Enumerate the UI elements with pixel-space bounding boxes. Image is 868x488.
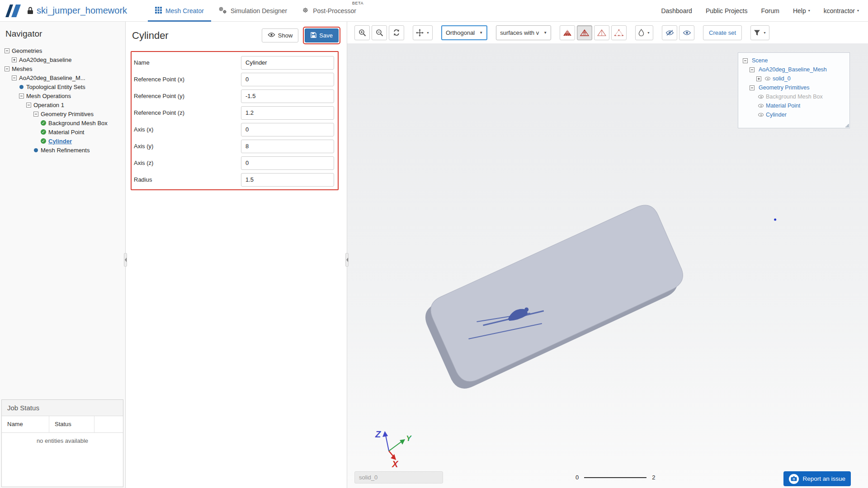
- scale-bar: 0 2: [576, 474, 655, 481]
- tree-item-label: Background Mesh Box: [48, 120, 108, 127]
- filter-button[interactable]: ▼: [750, 25, 769, 40]
- paint-button[interactable]: ▼: [635, 25, 653, 40]
- tree-item-operation-1[interactable]: Operation 1: [0, 100, 125, 109]
- refresh-button[interactable]: [389, 25, 404, 40]
- nav-link-forum[interactable]: Forum: [761, 7, 779, 14]
- select-surfaces-with-v[interactable]: surfaces with v▼: [496, 25, 551, 40]
- app-body: Navigator GeometriesAoA20deg_baselineMes…: [0, 22, 868, 488]
- minus-square-icon[interactable]: [5, 48, 9, 53]
- nav-link-kcontractor[interactable]: kcontractor▾: [824, 7, 859, 14]
- field-input-radius[interactable]: [241, 173, 334, 187]
- tree-item-meshes[interactable]: Meshes: [0, 64, 125, 73]
- field-row-axis-z: Axis (z): [134, 155, 334, 171]
- mesh-solid-button[interactable]: [560, 25, 575, 40]
- header-tabs: Mesh CreatorSimulation DesignerPost-Proc…: [148, 0, 363, 22]
- tab-post-processor[interactable]: Post-ProcessorBETA: [294, 0, 363, 22]
- tab-label: Mesh Creator: [165, 7, 204, 14]
- app-logo[interactable]: [5, 3, 24, 19]
- form-panel-resize-handle[interactable]: [345, 253, 349, 267]
- field-input-reference-point-y[interactable]: [241, 89, 334, 103]
- job-status-table-header: Name Status: [2, 416, 123, 433]
- scene-item-label: Material Point: [766, 103, 800, 109]
- mesh-solid-face[interactable]: [431, 205, 683, 381]
- scene-tree-item-solid-0[interactable]: solid_0: [740, 74, 848, 83]
- scene-tree-item-geometry-primitives[interactable]: Geometry Primitives: [740, 83, 848, 92]
- tab-mesh-creator[interactable]: Mesh Creator: [148, 0, 211, 22]
- field-input-reference-point-z[interactable]: [241, 106, 334, 120]
- tree-item-geometry-primitives[interactable]: Geometry Primitives: [0, 109, 125, 118]
- scale-line: [584, 477, 646, 478]
- filter-icon: [754, 29, 760, 36]
- create-set-button[interactable]: Create set: [703, 25, 742, 40]
- form-annotation-box: NameReference Point (x)Reference Point (…: [131, 51, 339, 190]
- minus-square-icon[interactable]: [33, 112, 38, 117]
- scene-tree-item-background-mesh-box[interactable]: Background Mesh Box: [740, 92, 848, 101]
- minus-square-icon[interactable]: [750, 85, 755, 90]
- eye-icon[interactable]: [765, 77, 770, 80]
- minus-square-icon[interactable]: [12, 75, 17, 80]
- mesh-points-button[interactable]: [611, 25, 627, 40]
- field-input-reference-point-x[interactable]: [241, 73, 334, 86]
- scene-tree-item-aoa20deg-baseline-mesh[interactable]: AoA20deg_Baseline_Mesh: [740, 65, 848, 74]
- minus-square-icon[interactable]: [5, 66, 9, 71]
- tree-item-background-mesh-box[interactable]: Background Mesh Box: [0, 118, 125, 127]
- move-button[interactable]: ▼: [413, 25, 433, 40]
- field-label-axis-x: Axis (x): [134, 126, 241, 133]
- save-button[interactable]: Save: [305, 28, 339, 42]
- chevron-down-icon: ▼: [763, 31, 766, 34]
- tree-item-aoa20deg-baseline-m[interactable]: AoA20deg_Baseline_M...: [0, 73, 125, 82]
- field-input-name[interactable]: [241, 56, 334, 70]
- hide-button[interactable]: [662, 25, 677, 40]
- plus-square-icon[interactable]: [756, 76, 761, 81]
- nav-link-dashboard[interactable]: Dashboard: [661, 7, 692, 14]
- scene-tree-item-scene[interactable]: Scene: [740, 56, 848, 65]
- minus-square-icon[interactable]: [19, 94, 24, 99]
- select-orthogonal[interactable]: Orthogonal▼: [441, 25, 487, 40]
- axis-y-label: Y: [406, 434, 412, 443]
- tree-item-aoa20deg-baseline[interactable]: AoA20deg_baseline: [0, 55, 125, 64]
- mesh-wireframe-button[interactable]: [594, 25, 609, 40]
- field-row-name: Name: [134, 54, 334, 71]
- scene-item-label: solid_0: [773, 75, 791, 82]
- toolbar-group: Create set: [703, 25, 744, 40]
- zoom-out-button[interactable]: [372, 25, 387, 40]
- tree-item-topological-entity-sets[interactable]: Topological Entity Sets: [0, 82, 125, 91]
- refresh-icon: [393, 29, 400, 36]
- eye-icon[interactable]: [758, 113, 764, 117]
- circle-icon: [19, 85, 24, 89]
- tree-item-geometries[interactable]: Geometries: [0, 46, 125, 55]
- tree-item-mesh-operations[interactable]: Mesh Operations: [0, 91, 125, 100]
- scene-tree-item-material-point[interactable]: Material Point: [740, 101, 848, 110]
- tree-item-label: Topological Entity Sets: [26, 84, 85, 90]
- chevron-down-icon: ▼: [426, 31, 429, 34]
- minus-square-icon[interactable]: [743, 58, 748, 63]
- field-input-axis-x[interactable]: [241, 123, 334, 136]
- field-input-axis-y[interactable]: [241, 140, 334, 153]
- save-button-label: Save: [319, 32, 333, 39]
- nav-link-help[interactable]: Help▾: [793, 7, 810, 14]
- nav-link-public-projects[interactable]: Public Projects: [706, 7, 748, 14]
- viewport-canvas[interactable]: Z Y X SceneAoA20deg_Baseline_Meshsolid_0…: [347, 43, 868, 488]
- minus-square-icon[interactable]: [26, 103, 31, 108]
- tab-simulation-designer[interactable]: Simulation Designer: [211, 0, 294, 22]
- show-button[interactable]: [679, 25, 694, 40]
- field-input-axis-z[interactable]: [241, 156, 334, 170]
- minus-square-icon[interactable]: [750, 67, 755, 72]
- navigator-tree: GeometriesAoA20deg_baselineMeshesAoA20de…: [0, 46, 125, 155]
- tree-item-mesh-refinements[interactable]: Mesh Refinements: [0, 145, 125, 155]
- scene-tree-resize-handle[interactable]: [844, 123, 849, 127]
- mesh-surfaces-button[interactable]: [577, 25, 592, 40]
- solid-name-field[interactable]: solid_0: [354, 471, 443, 483]
- zoom-in-button[interactable]: [354, 25, 370, 40]
- navigator-resize-handle[interactable]: [124, 253, 127, 267]
- job-column-status: Status: [49, 416, 94, 432]
- tree-item-cylinder[interactable]: Cylinder: [0, 136, 125, 145]
- header-nav-links: DashboardPublic ProjectsForumHelp▾kcontr…: [661, 7, 859, 14]
- plus-square-icon[interactable]: [12, 57, 17, 62]
- eye-icon[interactable]: [758, 104, 764, 108]
- show-button[interactable]: Show: [262, 28, 299, 42]
- eye-icon[interactable]: [758, 95, 764, 99]
- report-issue-button[interactable]: Report an issue: [783, 471, 851, 486]
- scene-tree-item-cylinder[interactable]: Cylinder: [740, 110, 848, 119]
- tree-item-material-point[interactable]: Material Point: [0, 127, 125, 136]
